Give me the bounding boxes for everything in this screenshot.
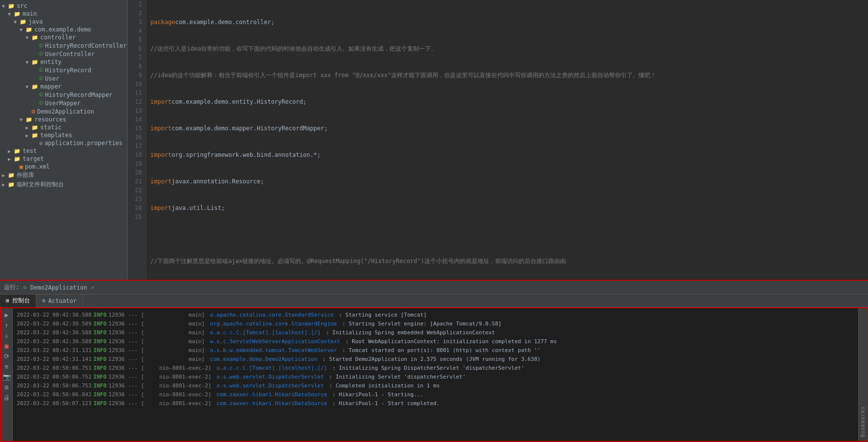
tree-item-history-mapper[interactable]: © HistoryRecordMapper: [0, 90, 127, 99]
java-icon: ©: [39, 91, 43, 98]
log-line-1: 2022-03-22 08:42:30.508 INFO 12936 --- […: [17, 310, 854, 319]
tree-item-user-controller[interactable]: © UserController: [0, 50, 127, 58]
tree-item-entity[interactable]: ▼ 📁 entity: [0, 58, 127, 66]
down-arrow-button[interactable]: ↓: [2, 331, 11, 340]
tree-label-test: test: [23, 147, 37, 154]
tabs-bar: ⊞ 控制台 ⚙ Actuator: [0, 295, 868, 307]
tree-label-scratch: 临时文件和控制台: [17, 180, 64, 189]
run-app-name: Demo2Application: [30, 284, 87, 291]
tree-item-controller[interactable]: ▼ 📁 controller: [0, 33, 127, 41]
java-icon: ©: [39, 42, 43, 49]
log-line-4: 2022-03-22 08:42:30.588 INFO 12936 --- […: [17, 337, 854, 346]
tree-label-history-controller: HistoryRecordController: [45, 42, 127, 49]
tree-item-resources[interactable]: ▼ 📁 resources: [0, 116, 127, 123]
print-button[interactable]: 🖨: [2, 393, 11, 402]
folder-icon: 📁: [26, 117, 32, 123]
camera-button[interactable]: 📷: [2, 372, 11, 381]
tree-label-templates: templates: [40, 132, 72, 139]
tree-label-ext-lib: 外部库: [17, 171, 34, 179]
file-tree: ▼ 📁 src ▼ 📁 main ▼ 📁 java ▼ 📁 com.exampl…: [0, 0, 128, 280]
run-button[interactable]: ▶: [2, 310, 11, 319]
code-content[interactable]: package com.example.demo.controller; //这…: [146, 0, 868, 280]
tree-label-main: main: [23, 10, 37, 17]
folder-icon: 📁: [20, 19, 27, 25]
log-panel-container: ▶ ↑ ↓ ■ ⟳ ≡ 📷 ⚙ 🖨 2022-03-22 08:42:30.50…: [0, 307, 868, 442]
tree-item-user-mapper[interactable]: © UserMapper: [0, 99, 127, 107]
folder-icon: 📁: [14, 156, 21, 162]
folder-icon: 📁: [31, 132, 38, 139]
tree-item-test[interactable]: ▶ 📁 test: [0, 147, 127, 155]
tree-item-ext-lib[interactable]: ▶ 📁 外部库: [0, 171, 127, 180]
tree-item-com-example-demo[interactable]: ▼ 📁 com.example.demo: [0, 26, 127, 33]
run-left-toolbar: ▶ ↑ ↓ ■ ⟳ ≡ 📷 ⚙ 🖨: [1, 308, 13, 441]
run-app-icon: ⚙: [23, 284, 27, 291]
java-icon: ©: [39, 66, 43, 74]
tree-item-templates[interactable]: ▶ 📁 templates: [0, 131, 127, 139]
up-arrow-button[interactable]: ↑: [2, 321, 11, 329]
folder-icon: 📁: [31, 124, 38, 131]
settings-button[interactable]: ⚙: [2, 383, 11, 391]
log-line-10: 2022-03-22 08:50:06.842 INFO 12936 --- […: [17, 390, 854, 399]
close-run-icon[interactable]: ✕: [91, 284, 94, 291]
tree-item-history-controller[interactable]: © HistoryRecordController: [0, 41, 127, 50]
tree-item-java[interactable]: ▼ 📁 java: [0, 18, 127, 26]
tree-label-package: com.example.demo: [34, 26, 91, 33]
folder-icon: 📁: [31, 59, 38, 65]
tree-label-history-mapper: HistoryRecordMapper: [45, 91, 112, 98]
tree-label-src: src: [17, 2, 28, 9]
tree-item-demo-app[interactable]: ⚙ Demo2Application: [0, 107, 127, 116]
tree-item-src[interactable]: ▼ 📁 src: [0, 2, 127, 10]
folder-icon: 📁: [14, 11, 21, 17]
log-line-5: 2022-03-22 08:42:31.131 INFO 12936 --- […: [17, 346, 854, 354]
bookmarks-label: Bookmarks: [860, 406, 866, 437]
spring-icon: ⚙: [31, 108, 35, 115]
tree-label-static: static: [40, 124, 61, 131]
log-line-7: 2022-03-22 08:50:06.751 INFO 12936 --- […: [17, 363, 854, 372]
tree-label-pom: pom.xml: [25, 163, 50, 170]
tree-label-target: target: [23, 155, 44, 162]
tree-item-history-record[interactable]: © HistoryRecord: [0, 66, 127, 74]
tree-label-java: java: [28, 18, 43, 25]
log-line-11: 2022-03-22 08:50:07.123 INFO 12936 --- […: [17, 399, 854, 408]
tree-item-target[interactable]: ▶ 📁 target: [0, 155, 127, 163]
tree-label-user-mapper: UserMapper: [45, 100, 81, 107]
run-bar: 运行: ⚙ Demo2Application ✕: [0, 281, 868, 295]
tab-actuator-label: Actuator: [48, 297, 77, 304]
java-icon: ©: [39, 50, 43, 58]
bookmarks-panel: Bookmarks: [858, 308, 867, 441]
actuator-icon: ⚙: [42, 297, 46, 304]
xml-icon: ■: [20, 164, 23, 170]
scroll-button[interactable]: ≡: [2, 362, 11, 371]
tab-actuator[interactable]: ⚙ Actuator: [36, 295, 83, 307]
java-icon: ©: [39, 99, 43, 107]
tree-item-user[interactable]: © User: [0, 74, 127, 83]
tree-label-mapper: mapper: [40, 83, 61, 90]
tab-console[interactable]: ⊞ 控制台: [0, 295, 36, 307]
folder-icon: 📁: [8, 172, 15, 178]
tree-item-main[interactable]: ▼ 📁 main: [0, 10, 127, 18]
tree-label-user-controller: UserController: [45, 51, 95, 58]
folder-icon: 📁: [31, 34, 38, 41]
tree-label-history-record: HistoryRecord: [45, 67, 91, 74]
tree-item-mapper[interactable]: ▼ 📁 mapper: [0, 83, 127, 90]
stop-button[interactable]: ■: [2, 341, 11, 350]
java-icon: ©: [39, 75, 43, 82]
tree-item-scratch[interactable]: ▶ 📁 临时文件和控制台: [0, 180, 127, 189]
log-line-3: 2022-03-22 08:42:30.588 INFO 12936 --- […: [17, 328, 854, 337]
rebuild-button[interactable]: ⟳: [2, 352, 11, 360]
tree-label-app-props: application.properties: [45, 140, 123, 147]
tree-label-resources: resources: [34, 116, 66, 123]
tree-item-static[interactable]: ▶ 📁 static: [0, 123, 127, 131]
folder-icon: 📁: [31, 84, 38, 90]
folder-icon: 📁: [14, 148, 21, 154]
folder-icon: 📁: [26, 27, 32, 33]
log-line-9: 2022-03-22 08:50:06.753 INFO 12936 --- […: [17, 381, 854, 390]
tree-item-app-props[interactable]: ⚙ application.properties: [0, 139, 127, 147]
tree-label-controller: controller: [40, 34, 76, 41]
editor-area: 12345 678910 1112131415 1617181920 21222…: [128, 0, 868, 280]
line-numbers: 12345 678910 1112131415 1617181920 21222…: [128, 0, 146, 280]
folder-icon: 📁: [8, 3, 15, 9]
run-label: 运行:: [4, 283, 19, 292]
tree-item-pom[interactable]: ■ pom.xml: [0, 163, 127, 171]
log-line-6: 2022-03-22 08:42:31.141 INFO 12936 --- […: [17, 354, 854, 363]
